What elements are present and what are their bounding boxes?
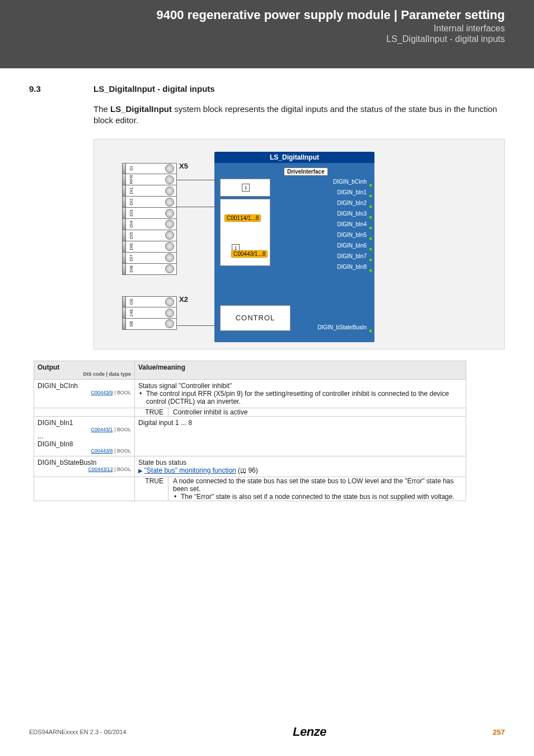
intro-pre: The [93,104,110,114]
footer-doc-id: EDS94ARNExxxx EN 2.3 - 06/2014 [29,729,127,735]
sub-label: TRUE [135,477,168,501]
terminal-row: 24E [123,307,176,319]
one-symbol: 1 [242,184,250,192]
sub-label: TRUE [135,408,168,416]
code-link[interactable]: C00443/9 [91,390,113,395]
ellipsis: ... [38,432,131,440]
pin-label: SB [129,319,134,329]
block-diagram: GI RFR DI1 DI2 DI3 DI4 DI5 DI6 DI7 DI8 X… [93,139,505,349]
header-sub2: LS_DigitalInput - digital inputs [29,34,505,44]
sub-bullet: The "Error" state is also set if a node … [173,493,466,501]
output-table: Output DIS code | data type Value/meanin… [34,361,466,501]
page-header: 9400 regenerative power supply module | … [0,0,534,68]
terminal-row: DI6 [123,241,176,253]
terminal-block-x5: GI RFR DI1 DI2 DI3 DI4 DI5 DI6 DI7 DI8 [122,163,177,275]
pin-label: 24E [129,308,134,318]
terminal-row: DI8 [123,264,176,274]
pin-label: DI6 [129,241,134,251]
output-type: | BOOL [113,448,131,454]
output-cell: DIGIN_bIn1 C00443/1 | BOOL ... DIGIN_bIn… [34,416,135,456]
output-code: C00443/1 | BOOL [38,427,131,432]
value-heading: Status signal "Controller inhibit" [138,382,232,390]
terminal-row: GE [123,297,176,308]
terminal-row: DI7 [123,253,176,264]
ls-block-title: LS_DigitalInput [214,152,374,163]
page-footer: EDS94ARNExxxx EN 2.3 - 06/2014 Lenze 257 [29,725,505,739]
output-type: | BOOL [113,427,131,432]
terminal-row: DI2 [123,197,176,208]
output-label: DIGIN_bIn3 [337,211,367,217]
table-subrow: TRUE A node connected to the state bus h… [34,477,466,501]
output-label: DIGIN_bIn6 [337,242,367,249]
th-value: Value/meaning [135,361,466,379]
value-link-page: (🕮 96) [236,466,258,474]
value-bullet: The control input RFR (X5/pin 9) for the… [138,390,462,405]
output-code: C00443/12 | BOOL [38,466,131,472]
pin-label: GI [129,164,134,174]
pin-label: RFR [129,175,134,185]
table-row: DIGIN_bStateBusIn C00443/12 | BOOL State… [34,456,466,477]
output-label: DIGIN_bCInh [333,179,367,185]
value-cell: State bus status ▶ "State bus" monitorin… [135,456,466,477]
pin-label: DI5 [129,230,134,240]
intro-paragraph: The LS_DigitalInput system block represe… [93,104,505,127]
sub-text: A node connected to the state bus has se… [168,477,466,501]
pin-label: DI7 [129,253,134,263]
pin-label: DI1 [129,186,134,196]
x5-label: X5 [179,162,188,170]
table-row: DIGIN_bCInh C00443/9 | BOOL Status signa… [34,379,466,408]
output-label: DIGIN_bIn7 [337,253,367,259]
section-title: LS_DigitalInput - digital inputs [93,84,215,94]
param-c00443: C00443/1...8 [231,250,268,258]
output-label: DIGIN_bStateBusIn [317,324,367,330]
pin-label: DI8 [129,264,134,274]
param-c00114: C00114/1...8 [224,214,261,222]
table-subrow: TRUE Controller inhibit is active [34,408,466,416]
x2-label: X2 [179,295,188,304]
pin-label: DI3 [129,208,134,218]
terminal-row: DI5 [123,230,176,241]
output-label: DIGIN_bIn2 [337,200,367,206]
table-row: DIGIN_bIn1 C00443/1 | BOOL ... DIGIN_bIn… [34,416,466,456]
terminal-row: DI4 [123,219,176,230]
output-name: DIGIN_bCInh [38,382,78,390]
value-cell: Digital input 1 ... 8 [135,416,466,456]
footer-logo: Lenze [293,725,326,739]
output-name: DIGIN_bIn1 [38,419,73,427]
output-type: | BOOL [113,466,131,472]
link-arrow-icon: ▶ [138,468,144,474]
terminal-row: DI1 [123,185,176,197]
page-content: 9.3 LS_DigitalInput - digital inputs The… [0,68,534,501]
sub-text-line: A node connected to the state bus has se… [173,477,454,493]
output-code: C00443/9 | BOOL [38,390,131,395]
th-output-label: Output [38,363,59,371]
output-label: DIGIN_bIn1 [337,189,367,195]
terminal-row: GI [123,164,176,175]
code-link[interactable]: C00443/8 [91,448,113,454]
inverter-block-1: 1 [220,179,270,197]
value-link[interactable]: "State bus" monitoring function [144,466,236,474]
control-block: CONTROL [220,305,291,331]
terminal-row: RFR [123,174,176,185]
code-link[interactable]: C00443/12 [88,466,113,472]
th-output-hint: DIS code | data type [38,371,131,377]
th-output: Output DIS code | data type [34,361,135,379]
output-label: DIGIN_bIn4 [337,221,367,227]
header-sub1: Internal interfaces [29,24,505,34]
drive-interface-tag: DriveInterface [284,167,328,176]
pin-label: GE [129,297,134,307]
section-heading: 9.3 LS_DigitalInput - digital inputs [29,84,505,94]
value-cell: Status signal "Controller inhibit" The c… [135,379,466,408]
output-cell: DIGIN_bStateBusIn C00443/12 | BOOL [34,456,135,477]
sub-text: Controller inhibit is active [168,408,466,416]
terminal-row: SB [123,319,176,329]
code-link[interactable]: C00443/1 [91,427,113,432]
footer-page-number: 257 [493,728,505,736]
pin-label: DI2 [129,197,134,207]
intro-bold: LS_DigitalInput [110,104,172,114]
book-icon: 🕮 [240,467,246,474]
ls-block-body: DriveInterface 1 1 C00114/1...8 C00443/1… [214,163,374,342]
output-label: DIGIN_bIn8 [337,264,367,270]
ls-digitalinput-block: LS_DigitalInput DriveInterface 1 1 C0011… [214,152,374,342]
header-title: 9400 regenerative power supply module | … [29,8,505,22]
